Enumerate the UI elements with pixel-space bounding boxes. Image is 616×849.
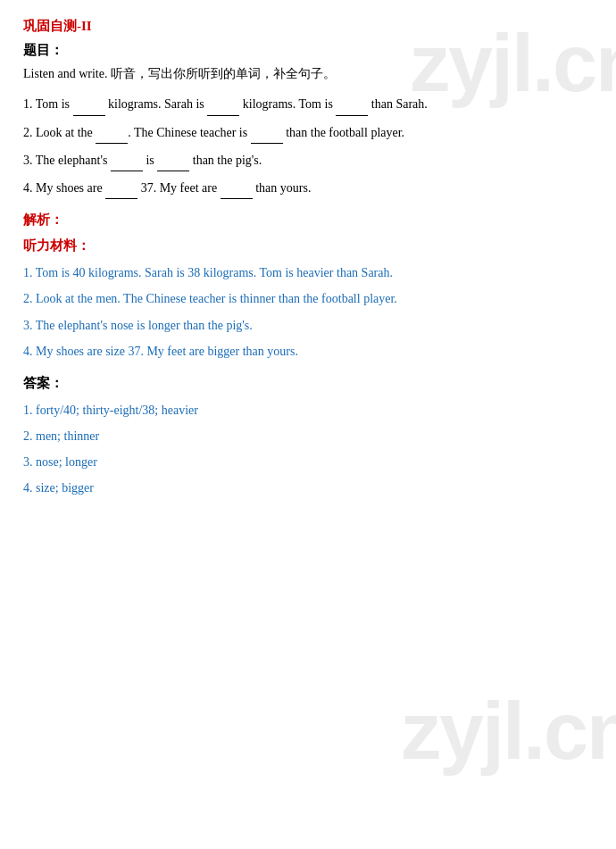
page-title: 巩固自测-II: [23, 18, 593, 35]
question-2: 2. Look at the . The Chinese teacher is …: [23, 121, 593, 144]
question-3: 3. The elephant's is than the pig's.: [23, 149, 593, 171]
blank-4-1: [105, 185, 137, 199]
blank-1-1: [73, 102, 105, 116]
blank-1-3: [336, 102, 368, 116]
analysis-section: 解析：: [23, 212, 593, 229]
answer-item-1: 1. forty/40; thirty-eight/38; heavier: [23, 399, 593, 421]
question-label: 题目：: [23, 42, 593, 59]
answer-item-4: 4. size; bigger: [23, 477, 593, 499]
listening-item-4: 4. My shoes are size 37. My feet are big…: [23, 340, 593, 362]
blank-3-2: [157, 157, 189, 171]
blank-3-1: [111, 157, 143, 171]
blank-4-2: [221, 185, 253, 199]
listening-item-3: 3. The elephant's nose is longer than th…: [23, 314, 593, 337]
question-4: 4. My shoes are 37. My feet are than you…: [23, 177, 593, 199]
question-1: 1. Tom is kilograms. Sarah is kilograms.…: [23, 93, 593, 115]
answer-section: 答案： 1. forty/40; thirty-eight/38; heavie…: [23, 375, 593, 500]
answer-item-3: 3. nose; longer: [23, 451, 593, 473]
blank-2-1: [96, 129, 128, 144]
blank-1-2: [207, 102, 239, 116]
analysis-label: 解析：: [23, 212, 593, 229]
blank-2-2: [251, 129, 283, 144]
page-container: 巩固自测-II 题目： Listen and write. 听音，写出你所听到的…: [0, 0, 616, 521]
instruction-text: Listen and write. 听音，写出你所听到的单词，补全句子。: [23, 64, 593, 84]
answer-item-2: 2. men; thinner: [23, 425, 593, 447]
listening-item-1: 1. Tom is 40 kilograms. Sarah is 38 kilo…: [23, 262, 593, 284]
answer-label: 答案：: [23, 375, 593, 392]
listening-item-2: 2. Look at the men. The Chinese teacher …: [23, 287, 593, 310]
listening-material-label: 听力材料：: [23, 237, 593, 254]
